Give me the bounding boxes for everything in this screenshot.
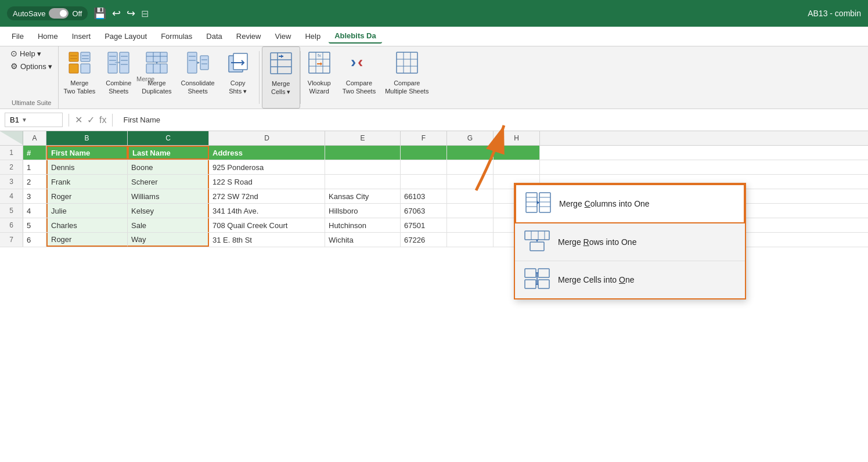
- cell-2-e[interactable]: [325, 160, 401, 174]
- cell-1-b[interactable]: First Name: [46, 146, 128, 160]
- col-header-g[interactable]: G: [447, 131, 494, 145]
- cell-6-a[interactable]: 5: [23, 218, 46, 232]
- combine-sheets-button[interactable]: → CombineSheets: [100, 46, 137, 109]
- cell-2-c[interactable]: Boone: [128, 160, 209, 174]
- menu-item-review[interactable]: Review: [230, 30, 267, 43]
- cancel-icon[interactable]: ✕: [75, 114, 82, 125]
- cell-6-f[interactable]: 67501: [401, 218, 447, 232]
- fx-icon[interactable]: fx: [99, 115, 106, 125]
- cell-3-f[interactable]: [401, 175, 447, 189]
- menu-item-file[interactable]: File: [6, 30, 30, 43]
- merge-rows-label: Merge Rows into One: [558, 237, 636, 247]
- cell-4-g[interactable]: [447, 189, 494, 203]
- menu-item-insert[interactable]: Insert: [66, 30, 97, 43]
- merge-columns-into-one-item[interactable]: Merge Columns into One: [515, 184, 745, 223]
- cell-5-a[interactable]: 4: [23, 204, 46, 218]
- col-header-h[interactable]: H: [494, 131, 540, 145]
- cell-1-h[interactable]: [494, 146, 540, 160]
- merge-cells-into-one-item[interactable]: Merge Cells into One: [515, 261, 745, 298]
- cell-5-f[interactable]: 67063: [401, 204, 447, 218]
- cell-1-f[interactable]: [401, 146, 447, 160]
- cell-3-d[interactable]: 122 S Road: [209, 175, 325, 189]
- col-header-c[interactable]: C: [128, 131, 209, 145]
- menu-item-data[interactable]: Data: [200, 30, 228, 43]
- cell-4-c[interactable]: Williams: [128, 189, 209, 203]
- menu-item-page-layout[interactable]: Page Layout: [99, 30, 153, 43]
- merge-cells-dropdown: Merge Columns into One Merge Rows into O…: [514, 183, 746, 299]
- options-button[interactable]: ⚙ Options ▾: [10, 62, 52, 71]
- menu-item-formulas[interactable]: Formulas: [155, 30, 198, 43]
- cell-7-c[interactable]: Way: [128, 233, 209, 247]
- col-header-f[interactable]: F: [401, 131, 447, 145]
- cell-4-e[interactable]: Kansas City: [325, 189, 401, 203]
- cell-1-e[interactable]: [325, 146, 401, 160]
- cell-7-a[interactable]: 6: [23, 233, 46, 247]
- cell-3-g[interactable]: [447, 175, 494, 189]
- cell-1-g[interactable]: [447, 146, 494, 160]
- copy-sheets-button[interactable]: CopyShts ▾: [219, 46, 257, 109]
- cell-4-d[interactable]: 272 SW 72nd: [209, 189, 325, 203]
- cell-1-d[interactable]: Address: [209, 146, 325, 160]
- cell-3-e[interactable]: [325, 175, 401, 189]
- cell-3-c[interactable]: Scherer: [128, 175, 209, 189]
- cell-4-a[interactable]: 3: [23, 189, 46, 203]
- help-button[interactable]: ⊙ Help ▾: [10, 49, 52, 58]
- menu-item-home[interactable]: Home: [32, 30, 64, 43]
- menu-item-ablebits[interactable]: Ablebits Da: [329, 29, 382, 44]
- cell-6-d[interactable]: 708 Quail Creek Court: [209, 218, 325, 232]
- suite-label: Ultimate Suite: [10, 97, 52, 106]
- save-icon[interactable]: 💾: [93, 7, 106, 20]
- cell-1-c[interactable]: Last Name: [128, 146, 209, 160]
- cell-6-e[interactable]: Hutchinson: [325, 218, 401, 232]
- cell-2-d[interactable]: 925 Ponderosa: [209, 160, 325, 174]
- cell-5-c[interactable]: Kelsey: [128, 204, 209, 218]
- col-header-d[interactable]: D: [209, 131, 325, 145]
- merge-cells-label: MergeCells ▾: [271, 80, 291, 96]
- autosave-badge[interactable]: AutoSave Off: [7, 6, 88, 20]
- merge-rows-into-one-item[interactable]: Merge Rows into One: [515, 223, 745, 261]
- compare-two-sheets-button[interactable]: › ‹ CompareTwo Sheets: [338, 46, 380, 109]
- menu-item-view[interactable]: View: [269, 30, 297, 43]
- cell-6-g[interactable]: [447, 218, 494, 232]
- formula-divider: [69, 114, 69, 127]
- cell-2-b[interactable]: Dennis: [46, 160, 128, 174]
- confirm-icon[interactable]: ✓: [87, 114, 95, 125]
- merge-cells-button[interactable]: MergeCells ▾: [262, 46, 300, 109]
- cell-7-g[interactable]: [447, 233, 494, 247]
- copy-sheets-icon: [224, 49, 252, 77]
- cell-5-b[interactable]: Julie: [46, 204, 128, 218]
- cell-2-h[interactable]: [494, 160, 540, 174]
- col-header-b[interactable]: B: [46, 131, 128, 145]
- cell-6-c[interactable]: Sale: [128, 218, 209, 232]
- cell-3-a[interactable]: 2: [23, 175, 46, 189]
- col-header-a[interactable]: A: [23, 131, 46, 145]
- cell-7-f[interactable]: 67226: [401, 233, 447, 247]
- compare-multiple-sheets-button[interactable]: CompareMultiple Sheets: [380, 46, 433, 109]
- consolidate-sheets-button[interactable]: ConsolidateSheets: [177, 46, 219, 109]
- cell-3-b[interactable]: Frank: [46, 175, 128, 189]
- autosave-toggle[interactable]: [49, 8, 69, 19]
- cell-7-e[interactable]: Wichita: [325, 233, 401, 247]
- cell-2-f[interactable]: [401, 160, 447, 174]
- cell-5-e[interactable]: Hillsboro: [325, 204, 401, 218]
- pin-icon[interactable]: ⊟: [141, 8, 149, 19]
- cell-4-f[interactable]: 66103: [401, 189, 447, 203]
- cell-6-b[interactable]: Charles: [46, 218, 128, 232]
- formula-input[interactable]: First Name: [118, 116, 863, 124]
- undo-icon[interactable]: ↩: [112, 7, 121, 20]
- cell-2-g[interactable]: [447, 160, 494, 174]
- svg-rect-67: [538, 280, 549, 288]
- cell-5-g[interactable]: [447, 204, 494, 218]
- cell-7-b[interactable]: Roger: [46, 233, 128, 247]
- cell-1-a[interactable]: #: [23, 146, 46, 160]
- menu-item-help[interactable]: Help: [299, 30, 326, 43]
- cell-4-b[interactable]: Roger: [46, 189, 128, 203]
- name-box[interactable]: B1 ▼: [5, 113, 63, 127]
- cell-7-d[interactable]: 31 E. 8th St: [209, 233, 325, 247]
- redo-icon[interactable]: ↪: [127, 7, 135, 20]
- col-header-e[interactable]: E: [325, 131, 401, 145]
- vlookup-wizard-button[interactable]: fx VlookupWizard: [301, 46, 338, 109]
- merge-two-tables-button[interactable]: MergeTwo Tables: [59, 46, 100, 109]
- cell-5-d[interactable]: 341 14th Ave.: [209, 204, 325, 218]
- cell-2-a[interactable]: 1: [23, 160, 46, 174]
